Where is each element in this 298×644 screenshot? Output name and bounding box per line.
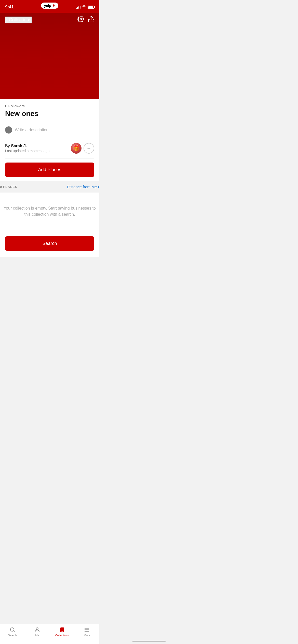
signal-icon [76,6,80,9]
header-actions [77,16,94,24]
avatar-image [71,143,82,154]
header-hero: ‹ Collections [0,13,99,99]
yelp-logo: yelp ✱ [41,3,58,9]
last-updated: Last updated a moment ago [5,149,71,153]
add-collaborator-button[interactable]: + [84,143,94,154]
collection-title: New ones [5,110,94,118]
search-button[interactable]: Search [5,236,94,251]
empty-text: Your collection is empty. Start saving b… [3,205,97,217]
status-time: 9:41 [5,5,14,10]
main-content: 0 Followers New ones Write a description… [0,99,99,181]
places-count: 0 PLACES [0,185,17,189]
back-chevron-icon: ‹ [6,17,7,23]
author-name-text: Sarah J. [11,144,27,148]
wifi-icon [82,5,86,9]
avatar [71,143,82,154]
places-section: 0 PLACES Distance from Me ▾ [0,181,99,193]
yelp-text: yelp [44,4,51,8]
empty-state: Your collection is empty. Start saving b… [0,193,99,236]
add-places-button[interactable]: Add Places [5,163,94,177]
header-nav: ‹ Collections [5,13,94,27]
svg-point-0 [80,18,82,20]
yelp-star-icon: ✱ [52,4,55,8]
share-button[interactable] [88,16,94,24]
sort-dropdown[interactable]: Distance from Me ▾ [67,185,99,189]
author-name: By Sarah J. [5,144,71,148]
description-placeholder: Write a description... [15,128,52,132]
status-icons [76,5,94,9]
yelp-logo-area: yelp ✱ [41,3,58,9]
back-label-text: Collections [9,17,31,23]
status-bar: 9:41 yelp ✱ [0,0,99,13]
description-dot-icon [5,126,12,134]
settings-button[interactable] [77,16,84,24]
followers-count: 0 Followers [5,104,94,108]
author-section: By Sarah J. Last updated a moment ago + [5,138,94,158]
sort-chevron-icon: ▾ [98,185,99,189]
author-info: By Sarah J. Last updated a moment ago [5,144,71,153]
battery-icon [88,6,94,9]
description-area[interactable]: Write a description... [0,122,99,138]
sort-label: Distance from Me [67,185,97,189]
gray-area [0,257,99,287]
author-avatars: + [71,143,94,154]
author-prefix: By [5,144,11,148]
places-header: 0 PLACES Distance from Me ▾ [0,185,99,189]
search-button-container: Search [0,236,99,257]
back-button[interactable]: ‹ Collections [5,17,32,23]
